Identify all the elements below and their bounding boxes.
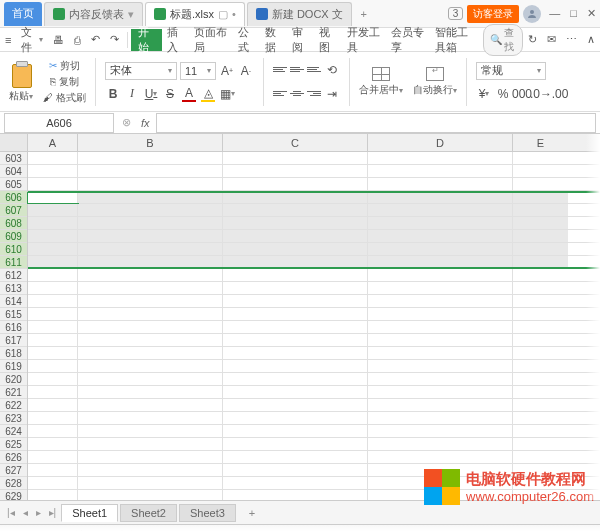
row-header[interactable]: 604 xyxy=(0,165,27,178)
home-tab[interactable]: 首页 xyxy=(4,2,42,26)
number-format-select[interactable]: 常规▾ xyxy=(476,62,546,80)
app-menu-button[interactable]: ≡ xyxy=(0,29,16,51)
grid-row[interactable] xyxy=(28,191,600,204)
row-header[interactable]: 619 xyxy=(0,360,27,373)
grid-row[interactable] xyxy=(28,438,600,451)
row-header[interactable]: 614 xyxy=(0,295,27,308)
row-header[interactable]: 626 xyxy=(0,451,27,464)
copy-button[interactable]: ⎘复制 xyxy=(50,75,79,89)
doc-tab-docx[interactable]: 新建 DOCX 文 xyxy=(247,2,352,26)
inc-decimal-icon[interactable]: .0→ xyxy=(533,86,549,102)
row-header[interactable]: 605 xyxy=(0,178,27,191)
sync-icon[interactable]: ↻ xyxy=(523,29,542,51)
row-header[interactable]: 617 xyxy=(0,334,27,347)
grid-row[interactable] xyxy=(28,490,600,500)
formula-input[interactable] xyxy=(156,113,596,133)
cancel-fx-icon[interactable]: ⊗ xyxy=(118,116,135,129)
grid-row[interactable] xyxy=(28,295,600,308)
italic-button[interactable]: I xyxy=(124,86,140,102)
col-header-A[interactable]: A xyxy=(28,134,78,151)
cut-button[interactable]: ✂剪切 xyxy=(49,59,80,73)
row-header[interactable]: 620 xyxy=(0,373,27,386)
grid-row[interactable] xyxy=(28,464,600,477)
collapse-ribbon-icon[interactable]: ∧ xyxy=(582,29,600,51)
tab-menu-icon[interactable]: • xyxy=(232,8,236,20)
grid-row[interactable] xyxy=(28,373,600,386)
row-header[interactable]: 613 xyxy=(0,282,27,295)
row-header[interactable]: 607 xyxy=(0,204,27,217)
format-painter-button[interactable]: 🖌格式刷 xyxy=(43,91,86,105)
doc-tab-title-xlsx[interactable]: 标题.xlsx ▢ • xyxy=(145,2,245,26)
menu-dev-tools[interactable]: 开发工具 xyxy=(342,29,386,51)
grid-row[interactable] xyxy=(28,412,600,425)
col-header-B[interactable]: B xyxy=(78,134,223,151)
grid-row[interactable] xyxy=(28,321,600,334)
grid-row[interactable] xyxy=(28,451,600,464)
maximize-button[interactable]: □ xyxy=(570,7,577,20)
cells-area[interactable] xyxy=(28,152,600,500)
font-color-button[interactable]: A xyxy=(181,86,197,102)
select-all-corner[interactable] xyxy=(0,134,28,151)
minimize-button[interactable]: — xyxy=(549,7,560,20)
row-header[interactable]: 624 xyxy=(0,425,27,438)
grid-row[interactable] xyxy=(28,178,600,191)
grid-row[interactable] xyxy=(28,334,600,347)
qat-export-icon[interactable]: ⎙ xyxy=(69,29,86,51)
align-left-icon[interactable] xyxy=(273,87,287,101)
grid-row[interactable] xyxy=(28,152,600,165)
guest-login-button[interactable]: 访客登录 xyxy=(467,5,519,23)
grid-row[interactable] xyxy=(28,217,600,230)
grid-row[interactable] xyxy=(28,360,600,373)
row-header[interactable]: 625 xyxy=(0,438,27,451)
orientation-icon[interactable]: ⟲ xyxy=(324,62,340,78)
search-box[interactable]: 🔍查找 xyxy=(483,24,523,56)
row-header[interactable]: 623 xyxy=(0,412,27,425)
font-size-select[interactable]: 11▾ xyxy=(180,62,216,80)
menu-data[interactable]: 数据 xyxy=(260,29,287,51)
align-bottom-icon[interactable] xyxy=(307,63,321,77)
row-header[interactable]: 616 xyxy=(0,321,27,334)
qat-undo-icon[interactable]: ↶ xyxy=(86,29,105,51)
tab-dropdown-icon[interactable]: ▢ xyxy=(218,8,228,21)
row-header[interactable]: 609 xyxy=(0,230,27,243)
grid-row[interactable] xyxy=(28,269,600,282)
grid-row[interactable] xyxy=(28,425,600,438)
row-header[interactable]: 612 xyxy=(0,269,27,282)
tab-dropdown-icon[interactable]: ▾ xyxy=(128,8,134,21)
border-button[interactable]: ▦▾ xyxy=(219,86,235,102)
col-header-D[interactable]: D xyxy=(368,134,513,151)
menu-page-layout[interactable]: 页面布局 xyxy=(189,29,233,51)
grid-row[interactable] xyxy=(28,308,600,321)
row-header[interactable]: 606 xyxy=(0,191,27,204)
grid-row[interactable] xyxy=(28,386,600,399)
indent-icon[interactable]: ⇥ xyxy=(324,86,340,102)
grid-row[interactable] xyxy=(28,230,600,243)
more-icon[interactable]: ⋯ xyxy=(561,29,582,51)
share-icon[interactable]: ✉ xyxy=(542,29,561,51)
grid-row[interactable] xyxy=(28,347,600,360)
sheet-nav-next[interactable]: ▸ xyxy=(33,507,44,518)
new-tab-button[interactable]: + xyxy=(354,8,374,20)
dec-decimal-icon[interactable]: .00 xyxy=(552,86,568,102)
row-header[interactable]: 621 xyxy=(0,386,27,399)
sheet-tab-1[interactable]: Sheet1 xyxy=(61,504,118,522)
underline-button[interactable]: U▾ xyxy=(143,86,159,102)
notification-badge[interactable]: 3 xyxy=(448,7,464,20)
close-button[interactable]: ✕ xyxy=(587,7,596,20)
sheet-nav-last[interactable]: ▸| xyxy=(46,507,60,518)
font-family-select[interactable]: 宋体▾ xyxy=(105,62,177,80)
row-header[interactable]: 618 xyxy=(0,347,27,360)
grid-row[interactable] xyxy=(28,204,600,217)
qat-save-icon[interactable]: 🖶 xyxy=(48,29,69,51)
qat-redo-icon[interactable]: ↷ xyxy=(105,29,124,51)
grid-row[interactable] xyxy=(28,282,600,295)
row-header[interactable]: 627 xyxy=(0,464,27,477)
col-header-C[interactable]: C xyxy=(223,134,368,151)
align-middle-icon[interactable] xyxy=(290,63,304,77)
row-header[interactable]: 603 xyxy=(0,152,27,165)
menu-start[interactable]: 开始 xyxy=(131,29,162,51)
fill-color-button[interactable]: ◬ xyxy=(200,86,216,102)
row-header[interactable]: 611 xyxy=(0,256,27,269)
row-header[interactable]: 628 xyxy=(0,477,27,490)
add-sheet-button[interactable]: + xyxy=(238,504,266,522)
